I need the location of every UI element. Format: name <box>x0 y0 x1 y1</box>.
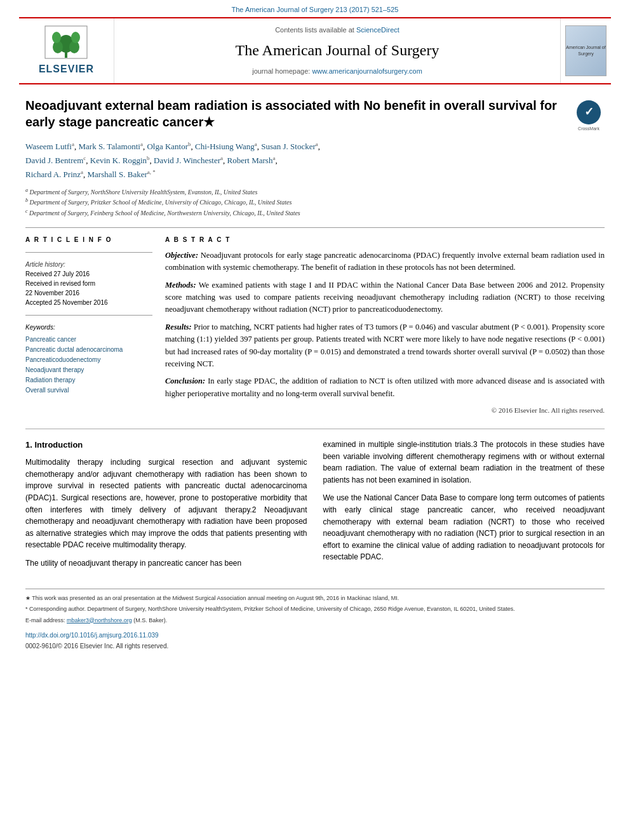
conclusion-label: Conclusion: <box>165 377 205 385</box>
affiliation-a: a Department of Surgery, NorthShore Univ… <box>25 187 605 197</box>
received-revised-date: Received in revised form22 November 2016 <box>25 279 152 298</box>
results-text: Prior to matching, NCRT patients had hig… <box>165 323 605 368</box>
footnote-star: ★ This work was presented as an oral pre… <box>25 594 605 603</box>
intro-para1: Multimodality therapy including surgical… <box>25 457 307 551</box>
keyword-4: Neoadjuvant therapy <box>25 365 152 375</box>
svg-point-4 <box>52 32 61 43</box>
crossmark-icon: ✓ <box>577 100 601 124</box>
conclusion-text: In early stage PDAC, the addition of rad… <box>165 377 605 397</box>
intro-para4: We use the National Cancer Data Base to … <box>323 492 605 563</box>
content-left-column: 1. Introduction Multimodality therapy in… <box>25 439 307 575</box>
content-right-column: examined in multiple single-institution … <box>323 439 605 575</box>
abstract-content: Objective: Neoadjuvant protocols for ear… <box>165 250 605 416</box>
footnote-email: E-mail address: mbaker3@northshore.org (… <box>25 617 605 625</box>
abstract-objective: Objective: Neoadjuvant protocols for ear… <box>165 250 605 274</box>
abstract-heading: A B S T R A C T <box>165 236 605 244</box>
info-abstract-columns: A R T I C L E I N F O Article history: R… <box>25 236 605 416</box>
journal-title: The American Journal of Surgery <box>127 40 547 62</box>
divider-keywords <box>25 315 152 316</box>
doi-section: http://dx.doi.org/10.1016/j.amjsurg.2016… <box>25 631 605 640</box>
author-david-bentrem: David J. Bentrem <box>25 156 83 165</box>
intro-para3: examined in multiple single-institution … <box>323 439 605 486</box>
crossmark-badge: ✓ CrossMark <box>573 100 605 132</box>
abstract-column: A B S T R A C T Objective: Neoadjuvant p… <box>165 236 605 416</box>
author-david-winchester: David J. Winchester <box>154 156 220 165</box>
keywords-section: Keywords: Pancreatic cancer Pancreatic d… <box>25 323 152 396</box>
article-info-heading: A R T I C L E I N F O <box>25 236 152 244</box>
article-title-section: Neoadjuvant external beam radiation is a… <box>25 97 605 132</box>
email-link[interactable]: mbaker3@northshore.org <box>67 617 132 623</box>
keyword-2: Pancreatic ductal adenocarcinoma <box>25 345 152 355</box>
affiliation-b: b Department of Surgery, Pritzker School… <box>25 197 605 207</box>
homepage-line: journal homepage: www.americanjournalofs… <box>127 67 547 76</box>
keyword-1: Pancreatic cancer <box>25 335 152 345</box>
keyword-6: Overall survival <box>25 385 152 396</box>
contents-line: Contents lists available at ScienceDirec… <box>127 25 547 35</box>
main-content: 1. Introduction Multimodality therapy in… <box>25 429 605 575</box>
homepage-link[interactable]: www.americanjournalofsurgery.com <box>312 67 422 75</box>
journal-citation-bar: The American Journal of Surgery 213 (201… <box>0 0 630 17</box>
keyword-3: Pancreaticoduodenectomy <box>25 355 152 365</box>
journal-logo-section: ELSEVIER <box>19 18 114 83</box>
divider-info <box>25 252 152 253</box>
elsevier-tree-icon <box>44 25 88 60</box>
history-label: Article history: <box>25 260 152 269</box>
issn-line: 0002-9610/© 2016 Elsevier Inc. All right… <box>25 642 605 651</box>
author-marshall-baker: Marshall S. Baker <box>88 170 147 179</box>
section1-title: 1. Introduction <box>25 439 307 451</box>
results-label: Results: <box>165 323 192 331</box>
methods-text: We examined patients with stage I and II… <box>165 281 605 314</box>
footnote-corresponding: * Corresponding author. Department of Su… <box>25 605 605 614</box>
article-body: Neoadjuvant external beam radiation is a… <box>0 84 630 663</box>
journal-citation: The American Journal of Surgery 213 (201… <box>232 6 399 13</box>
crossmark-label: CrossMark <box>578 126 600 132</box>
journal-thumb-section: American Journal of Surgery <box>560 18 611 83</box>
abstract-results: Results: Prior to matching, NCRT patient… <box>165 321 605 371</box>
elsevier-logo: ELSEVIER <box>39 25 94 76</box>
author-chi-hsiung-wang: Chi-Hsiung Wang <box>195 142 255 151</box>
article-title: Neoadjuvant external beam radiation is a… <box>25 97 563 130</box>
abstract-methods: Methods: We examined patients with stage… <box>165 279 605 316</box>
received-date: Received 27 July 2016 <box>25 269 152 279</box>
accepted-date: Accepted 25 November 2016 <box>25 298 152 307</box>
divider-1 <box>25 227 605 228</box>
journal-header: ELSEVIER Contents lists available at Sci… <box>19 17 611 84</box>
abstract-conclusion: Conclusion: In early stage PDAC, the add… <box>165 375 605 400</box>
doi-link[interactable]: http://dx.doi.org/10.1016/j.amjsurg.2016… <box>25 632 159 639</box>
methods-label: Methods: <box>165 281 196 290</box>
authors-list: Waseem Lutfia, Mark S. Talamontia, Olga … <box>25 140 605 182</box>
author-richard-prinz: Richard A. Prinz <box>25 170 81 179</box>
author-kevin-roggin: Kevin K. Roggin <box>90 156 147 165</box>
footnotes: ★ This work was presented as an oral pre… <box>25 589 605 625</box>
page: The American Journal of Surgery 213 (201… <box>0 0 630 840</box>
objective-label: Objective: <box>165 251 198 260</box>
author-mark-talamonti: Mark S. Talamonti <box>78 142 140 151</box>
article-info-column: A R T I C L E I N F O Article history: R… <box>25 236 152 416</box>
author-waseem-lutfi: Waseem Lutfi <box>25 142 72 151</box>
sciencedirect-link[interactable]: ScienceDirect <box>356 26 399 34</box>
author-robert-marsh: Robert Marsh <box>227 156 273 165</box>
copyright-line: © 2016 Elsevier Inc. All rights reserved… <box>165 405 605 416</box>
author-susan-stocker: Susan J. Stocker <box>261 142 316 151</box>
affiliations: a Department of Surgery, NorthShore Univ… <box>25 187 605 218</box>
objective-text: Neoadjuvant protocols for early stage pa… <box>165 251 605 272</box>
svg-point-5 <box>71 32 80 43</box>
content-two-columns: 1. Introduction Multimodality therapy in… <box>25 439 605 575</box>
article-history: Article history: Received 27 July 2016 R… <box>25 260 152 307</box>
keywords-label: Keywords: <box>25 323 152 332</box>
intro-para2: The utility of neoadjuvant therapy in pa… <box>25 557 307 570</box>
journal-thumbnail: American Journal of Surgery <box>565 25 607 76</box>
journal-header-center: Contents lists available at ScienceDirec… <box>114 18 560 83</box>
keyword-5: Radiation therapy <box>25 375 152 385</box>
elsevier-brand: ELSEVIER <box>39 62 94 76</box>
author-olga-kantor: Olga Kantor <box>147 142 188 151</box>
affiliation-c: c Department of Surgery, Feinberg School… <box>25 208 605 218</box>
